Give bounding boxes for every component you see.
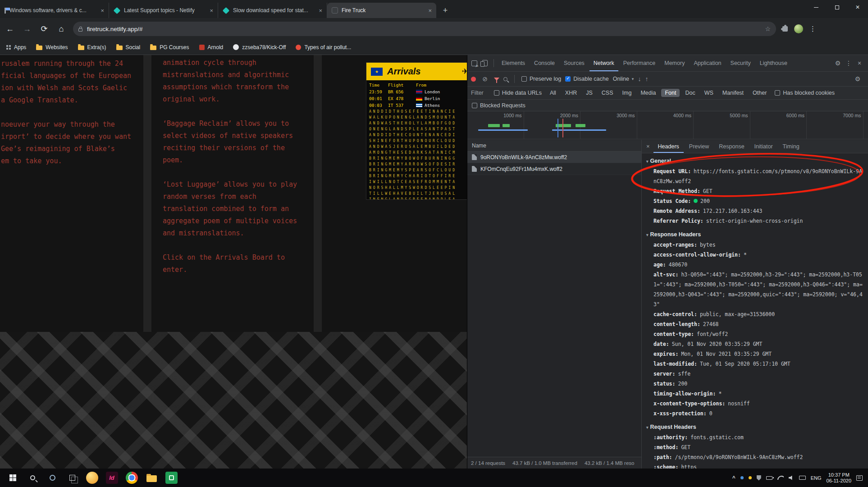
volume-icon[interactable]	[789, 476, 794, 480]
window-minimize-button[interactable]	[806, 0, 827, 14]
device-toolbar-icon[interactable]	[480, 58, 490, 68]
tray-app-icon-blue[interactable]	[740, 476, 744, 479]
filter-pill[interactable]: XHR	[562, 89, 580, 97]
bookmark-item[interactable]: PG Courses	[150, 44, 189, 51]
new-tab-button[interactable]: +	[439, 4, 452, 17]
browser-menu-icon[interactable]: ⋮	[809, 25, 816, 33]
detail-tab[interactable]: Headers	[653, 140, 684, 153]
language-indicator[interactable]: ENG	[811, 475, 822, 481]
network-settings-icon[interactable]: ⚙	[853, 74, 863, 84]
browser-tab[interactable]: Fire Truck ×	[327, 3, 436, 18]
blocked-requests-checkbox[interactable]: Blocked Requests	[472, 102, 525, 109]
tray-expand-icon[interactable]: ^	[732, 475, 736, 481]
file-explorer-icon[interactable]	[142, 469, 161, 487]
tab-close-icon[interactable]: ×	[101, 7, 104, 14]
window-close-button[interactable]: ✕	[847, 0, 868, 14]
detail-tab[interactable]: Preview	[685, 140, 713, 153]
touch-keyboard-icon[interactable]	[799, 476, 806, 480]
bookmark-item[interactable]: zzseba78/Kick-Off	[233, 44, 286, 51]
bookmark-item[interactable]: Arnold	[199, 44, 224, 51]
task-view-icon[interactable]	[62, 469, 82, 487]
tray-app-icon-yellow[interactable]	[749, 476, 752, 479]
url-text[interactable]: firetruck.netlify.app/#	[87, 26, 760, 32]
taskbar-search-icon[interactable]	[23, 469, 42, 487]
section-response-headers[interactable]: ▾Response Headers	[642, 230, 868, 240]
timeline-overview[interactable]: 1000 ms2000 ms3000 ms4000 ms5000 ms6000 …	[467, 111, 868, 139]
filter-pill[interactable]: Doc	[681, 89, 699, 97]
start-button[interactable]	[3, 469, 23, 487]
devtools-tab[interactable]: Application	[690, 55, 725, 71]
bookmark-item[interactable]: Apps	[6, 44, 26, 51]
indesign-app-icon[interactable]: Id	[102, 469, 122, 487]
taskbar-clock[interactable]: 10:37 PM 06-11-2020	[827, 472, 851, 484]
request-row[interactable]: 9oRONYoBnWILk-9AnC8zMw.woff2	[467, 152, 641, 163]
devtools-close-icon[interactable]: ×	[854, 58, 864, 68]
action-center-icon[interactable]	[856, 475, 863, 481]
devtools-tab[interactable]: Elements	[498, 55, 529, 71]
devtools-tab[interactable]: Security	[726, 55, 755, 71]
section-request-headers[interactable]: ▾Request Headers	[642, 422, 868, 432]
omnibox[interactable]: firetruck.netlify.app/# ☆	[73, 22, 776, 36]
record-icon[interactable]	[471, 77, 476, 82]
filter-pill[interactable]: Other	[749, 89, 770, 97]
tab-close-icon[interactable]: ×	[319, 7, 322, 14]
search-icon[interactable]	[503, 77, 507, 81]
bookmark-item[interactable]: Types of air pollut...	[296, 44, 351, 51]
devtools-tab[interactable]: Memory	[660, 55, 689, 71]
bookmark-item[interactable]: Extra(s)	[78, 44, 106, 51]
filter-pill[interactable]: JS	[582, 89, 596, 97]
filter-pill[interactable]: Font	[661, 89, 680, 97]
security-shield-icon[interactable]	[757, 475, 761, 481]
hide-data-urls-checkbox[interactable]: Hide data URLs	[494, 90, 542, 96]
devtools-menu-icon[interactable]: ⋮	[844, 58, 854, 68]
tab-close-icon[interactable]: ×	[428, 7, 432, 14]
disable-cache-checkbox[interactable]: Disable cache	[565, 76, 609, 82]
has-blocked-cookies-checkbox[interactable]: Has blocked cookies	[775, 90, 835, 96]
people-app-icon[interactable]	[82, 469, 102, 487]
tab-close-icon[interactable]: ×	[210, 7, 213, 14]
devtools-tab[interactable]: Console	[530, 55, 559, 71]
reload-icon[interactable]: ⟳	[39, 24, 50, 34]
detail-tab[interactable]: Response	[714, 140, 749, 153]
preserve-log-checkbox[interactable]: Preserve log	[521, 76, 561, 82]
extensions-icon[interactable]	[782, 26, 788, 32]
devtools-tab[interactable]: Sources	[560, 55, 589, 71]
browser-tab[interactable]: Latest Support topics - Netlify ×	[109, 3, 218, 18]
export-har-icon[interactable]: ↑	[645, 75, 648, 83]
filter-pill[interactable]: Img	[619, 89, 635, 97]
devtools-settings-icon[interactable]: ⚙	[833, 58, 843, 68]
back-icon[interactable]: ←	[5, 24, 15, 34]
bookmark-star-icon[interactable]: ☆	[765, 25, 771, 32]
filter-pill[interactable]: CSS	[598, 89, 617, 97]
name-column-header[interactable]: Name	[467, 140, 641, 152]
cortana-icon[interactable]	[42, 469, 62, 487]
forward-icon[interactable]: →	[22, 24, 32, 34]
filter-pill[interactable]: Manifest	[719, 89, 747, 97]
inspect-element-icon[interactable]	[469, 58, 479, 68]
detail-close-icon[interactable]: ×	[644, 143, 653, 150]
bookmark-item[interactable]: Websites	[36, 44, 68, 51]
section-general[interactable]: ▾General	[642, 156, 868, 166]
devtools-tab[interactable]: Network	[589, 55, 618, 71]
lock-icon[interactable]	[78, 28, 82, 32]
throttling-dropdown[interactable]: Online▾	[613, 76, 634, 82]
browser-tab[interactable]: Slow download speed for stat... ×	[218, 3, 327, 18]
import-har-icon[interactable]: ↓	[638, 75, 641, 83]
bookmark-item[interactable]: Social	[116, 44, 141, 51]
detail-tab[interactable]: Initiator	[750, 140, 777, 153]
filter-pill[interactable]: Media	[637, 89, 659, 97]
filter-pill[interactable]: WS	[701, 89, 717, 97]
battery-icon[interactable]	[766, 476, 772, 480]
filter-funnel-icon[interactable]	[494, 78, 499, 81]
clear-icon[interactable]: ⊘	[480, 74, 490, 84]
devtools-tab[interactable]: Performance	[619, 55, 660, 71]
profile-avatar[interactable]	[794, 24, 803, 33]
arrivals-board[interactable]: ★ Arrivals ✈ Time Flight From 23:59 BR 6…	[366, 63, 467, 199]
request-row[interactable]: KFOmCnqEu92Fr1Mu4mxK.woff2	[467, 163, 641, 175]
devtools-tab[interactable]: Lighthouse	[756, 55, 791, 71]
browser-tab[interactable]: Windows software, drivers & c... ×	[0, 3, 109, 18]
chrome-app-icon[interactable]	[122, 469, 142, 487]
window-maximize-button[interactable]	[827, 0, 847, 14]
detail-tab[interactable]: Timing	[778, 140, 804, 153]
filter-input[interactable]: Filter	[471, 90, 489, 96]
